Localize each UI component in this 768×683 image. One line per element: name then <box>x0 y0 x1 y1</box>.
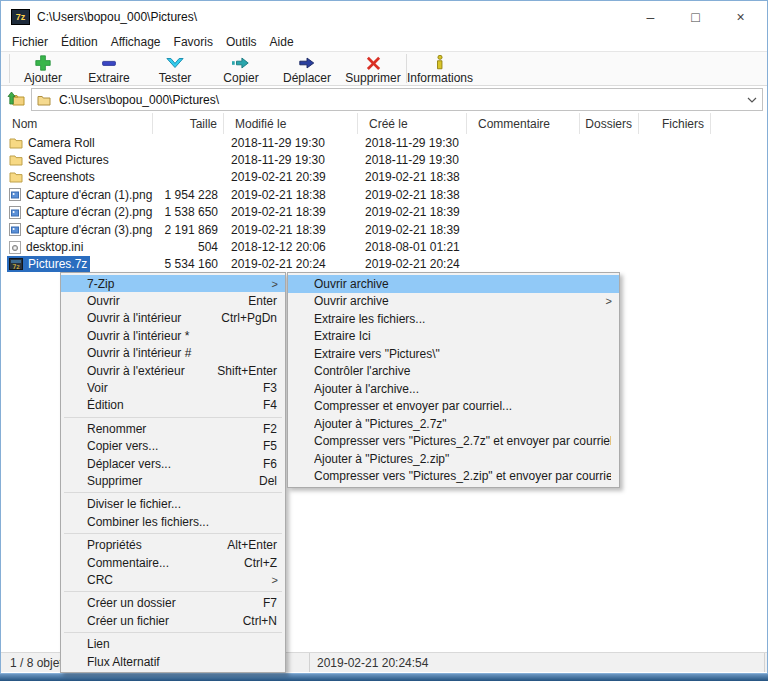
file-size: 1 538 650 <box>153 205 224 219</box>
menu-item-label: Ajouter à "Pictures_2.zip" <box>314 452 611 466</box>
toolbar-button-label: Tester <box>159 71 192 85</box>
context-menu: 7-Zip>OuvrirEnterOuvrir à l'intérieurCtr… <box>60 272 286 673</box>
menu-item-ajouter-a-pictures-2-7z[interactable]: Ajouter à "Pictures_2.7z" <box>288 415 619 433</box>
file-created-date: 2018-08-01 01:21 <box>358 240 467 254</box>
menu-item-extraire-vers-pictures[interactable]: Extraire vers "Pictures\" <box>288 345 619 363</box>
menu-item-edition[interactable]: ÉditionF4 <box>61 397 285 414</box>
file-name: Capture d'écran (1).png <box>26 188 152 202</box>
tester-button[interactable]: Tester <box>142 52 208 85</box>
menu-item-label: CRC <box>87 573 277 587</box>
menu-item-commentaire[interactable]: Commentaire...Ctrl+Z <box>61 554 285 571</box>
column-header-commentaire[interactable]: Commentaire <box>467 113 580 134</box>
menubar-item-fichier[interactable]: Fichier <box>12 35 56 49</box>
column-header-taille[interactable]: Taille <box>153 113 224 134</box>
menu-item-label: Ajouter à l'archive... <box>314 382 611 396</box>
file-created-date: 2019-02-21 20:24 <box>358 257 467 271</box>
file-modified-date: 2019-02-21 18:39 <box>224 223 358 237</box>
file-row-pictures-7z[interactable]: 7zPictures.7z5 534 1602019-02-21 20:2420… <box>1 256 767 273</box>
maximize-button[interactable]: □ <box>673 1 718 33</box>
folder-file-icon <box>9 154 23 166</box>
menu-item-ouvrir-archive[interactable]: Ouvrir archive <box>288 275 619 293</box>
column-header-fichiers[interactable]: Fichiers <box>639 113 711 134</box>
menu-item-ajouter-a-l-archive[interactable]: Ajouter à l'archive... <box>288 380 619 398</box>
menubar-item-affichage[interactable]: Affichage <box>111 35 169 49</box>
menu-item-label: Compresser vers "Pictures_2.7z" et envoy… <box>314 434 611 448</box>
menu-item-ajouter-a-pictures-2-zip[interactable]: Ajouter à "Pictures_2.zip" <box>288 450 619 468</box>
file-name-cell: Capture d'écran (3).png <box>1 222 153 238</box>
informations-button[interactable]: Informations <box>407 52 473 85</box>
menu-item-copier-vers[interactable]: Copier vers...F5 <box>61 438 285 455</box>
column-header-cree-le[interactable]: Créé le <box>358 113 467 134</box>
file-row-capture-d-ecran-3-png[interactable]: Capture d'écran (3).png2 191 8692019-02-… <box>1 221 767 238</box>
menu-item-ouvrir[interactable]: OuvrirEnter <box>61 292 285 309</box>
file-row-camera-roll[interactable]: Camera Roll2018-11-29 19:302018-11-29 19… <box>1 134 767 151</box>
status-section-2 <box>286 653 310 672</box>
menu-bar: FichierÉditionAffichageFavorisOutilsAide <box>1 33 768 51</box>
menu-item-renommer[interactable]: RenommerF2 <box>61 420 285 437</box>
file-size: 1 954 228 <box>153 188 224 202</box>
menu-item-supprimer[interactable]: SupprimerDel <box>61 472 285 489</box>
file-row-saved-pictures[interactable]: Saved Pictures2018-11-29 19:302018-11-29… <box>1 151 767 168</box>
menu-item-label: Ouvrir archive <box>314 277 611 291</box>
image-file-icon <box>9 223 21 236</box>
dropdown-chevron-icon[interactable] <box>742 97 762 103</box>
menu-item-label: Créer un fichier <box>87 614 231 628</box>
menu-item-creer-un-fichier[interactable]: Créer un fichierCtrl+N <box>61 612 285 629</box>
menu-item-ouvrir-a-l-interieur[interactable]: Ouvrir à l'intérieur # <box>61 345 285 362</box>
menu-item-label: Ajouter à "Pictures_2.7z" <box>314 417 611 431</box>
menu-item-7-zip[interactable]: 7-Zip> <box>61 275 285 292</box>
menu-item-creer-un-dossier[interactable]: Créer un dossierF7 <box>61 595 285 612</box>
menu-item-compresser-et-envoyer-par-courriel[interactable]: Compresser et envoyer par courriel... <box>288 398 619 416</box>
menu-item-ouvrir-a-l-exterieur[interactable]: Ouvrir à l'extérieurShift+Enter <box>61 362 285 379</box>
menu-item-flux-alternatif[interactable]: Flux Alternatif <box>61 653 285 670</box>
file-created-date: 2019-02-21 18:39 <box>358 223 467 237</box>
menu-item-controler-l-archive[interactable]: Contrôler l'archive <box>288 363 619 381</box>
column-header-nom[interactable]: Nom <box>1 113 153 134</box>
file-created-date: 2018-11-29 19:30 <box>358 153 467 167</box>
file-name-cell: Capture d'écran (2).png <box>1 204 153 220</box>
menu-item-crc[interactable]: CRC> <box>61 571 285 588</box>
deplacer-button[interactable]: Déplacer <box>274 52 340 85</box>
menu-item-shortcut: Alt+Enter <box>227 538 277 552</box>
menu-item-diviser-le-fichier[interactable]: Diviser le fichier... <box>61 496 285 513</box>
menu-item-extraire-ici[interactable]: Extraire Ici <box>288 328 619 346</box>
menu-separator <box>64 417 282 418</box>
menu-item-ouvrir-a-l-interieur[interactable]: Ouvrir à l'intérieur * <box>61 327 285 344</box>
supprimer-button[interactable]: Supprimer <box>340 52 406 85</box>
file-row-capture-d-ecran-1-png[interactable]: Capture d'écran (1).png1 954 2282019-02-… <box>1 186 767 203</box>
menu-item-ouvrir-a-l-interieur[interactable]: Ouvrir à l'intérieurCtrl+PgDn <box>61 310 285 327</box>
menu-item-compresser-vers-pictures-2-zip-et-envoyer-par-courriel[interactable]: Compresser vers "Pictures_2.zip" et envo… <box>288 468 619 486</box>
address-path-input[interactable] <box>57 92 742 108</box>
file-name-cell: 7zPictures.7z <box>1 256 153 272</box>
minimize-button[interactable]: – <box>628 1 673 33</box>
column-header-modifie-le[interactable]: Modifié le <box>224 113 358 134</box>
menubar-item-outils[interactable]: Outils <box>226 35 265 49</box>
copier-button[interactable]: Copier <box>208 52 274 85</box>
column-header-dossiers[interactable]: Dossiers <box>580 113 639 134</box>
menu-item-voir[interactable]: VoirF3 <box>61 379 285 396</box>
file-row-screenshots[interactable]: Screenshots2019-02-21 20:392019-02-21 18… <box>1 169 767 186</box>
menubar-item-edition[interactable]: Édition <box>61 35 106 49</box>
menu-item-shortcut: Ctrl+Z <box>244 556 277 570</box>
menubar-item-favoris[interactable]: Favoris <box>174 35 221 49</box>
file-modified-date: 2019-02-21 20:24 <box>224 257 358 271</box>
file-row-desktop-ini[interactable]: desktop.ini5042018-12-12 20:062018-08-01… <box>1 238 767 255</box>
up-one-level-button[interactable] <box>4 89 28 110</box>
ajouter-button[interactable]: Ajouter <box>10 52 76 85</box>
menu-item-ouvrir-archive[interactable]: Ouvrir archive> <box>288 293 619 311</box>
menu-item-deplacer-vers[interactable]: Déplacer vers...F6 <box>61 455 285 472</box>
menubar-item-aide[interactable]: Aide <box>270 35 302 49</box>
menu-item-combiner-les-fichiers[interactable]: Combiner les fichiers... <box>61 513 285 530</box>
menu-item-label: Extraire les fichiers... <box>314 312 611 326</box>
menu-item-extraire-les-fichiers[interactable]: Extraire les fichiers... <box>288 310 619 328</box>
file-row-capture-d-ecran-2-png[interactable]: Capture d'écran (2).png1 538 6502019-02-… <box>1 204 767 221</box>
selected-file-highlight: 7zPictures.7z <box>7 256 90 272</box>
menu-separator <box>64 632 282 633</box>
close-button[interactable]: × <box>718 1 763 33</box>
menu-item-compresser-vers-pictures-2-7z-et-envoyer-par-courriel[interactable]: Compresser vers "Pictures_2.7z" et envoy… <box>288 433 619 451</box>
menu-item-proprietes[interactable]: PropriétésAlt+Enter <box>61 536 285 553</box>
extraire-button[interactable]: Extraire <box>76 52 142 85</box>
menu-item-label: Ouvrir <box>87 294 236 308</box>
menu-item-label: Ouvrir à l'intérieur * <box>87 329 277 343</box>
menu-item-lien[interactable]: Lien <box>61 635 285 652</box>
